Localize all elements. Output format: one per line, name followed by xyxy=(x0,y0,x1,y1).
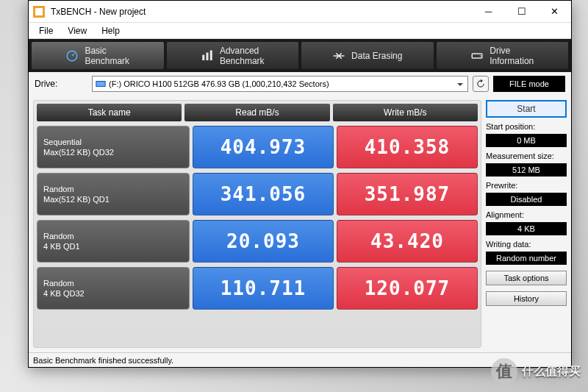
refresh-button[interactable] xyxy=(473,76,489,92)
svg-rect-8 xyxy=(96,82,105,87)
task-name-cell: Random 4 KB QD1 xyxy=(37,220,190,263)
tab-label: Basic Benchmark xyxy=(85,46,129,66)
task-name-cell: Random Max(512 KB) QD1 xyxy=(37,173,190,215)
menubar: File View Help xyxy=(29,23,571,39)
write-value: 351.987 xyxy=(337,173,478,215)
tab-basic-benchmark[interactable]: Basic Benchmark xyxy=(32,42,164,69)
svg-rect-1 xyxy=(35,8,43,15)
drive-select[interactable]: (F:) ORICO H100 512GB 476.93 GB (1,000,2… xyxy=(92,76,468,92)
writing-data-value[interactable]: Random number xyxy=(486,252,567,265)
file-mode-indicator[interactable]: FILE mode xyxy=(493,76,565,92)
svg-point-7 xyxy=(480,55,481,57)
svg-rect-5 xyxy=(210,50,212,60)
start-button[interactable]: Start xyxy=(486,100,567,118)
tab-strip: Basic Benchmark Advanced Benchmark Data … xyxy=(29,39,571,72)
table-row: Random 4 KB QD1 20.093 43.420 xyxy=(37,220,478,263)
table-row: Sequential Max(512 KB) QD32 404.973 410.… xyxy=(37,126,478,168)
menu-view[interactable]: View xyxy=(60,24,94,38)
tab-advanced-benchmark[interactable]: Advanced Benchmark xyxy=(167,42,299,69)
status-text: Basic Benchmark finished successfully. xyxy=(33,356,173,365)
watermark: 值 什么值得买 xyxy=(491,358,581,385)
task-name-cell: Sequential Max(512 KB) QD32 xyxy=(37,126,190,168)
refresh-icon xyxy=(476,79,486,89)
writing-data-label: Writing data: xyxy=(486,240,567,249)
col-task: Task name xyxy=(37,104,182,121)
read-value: 20.093 xyxy=(193,220,334,263)
alignment-label: Alignment: xyxy=(486,210,567,219)
read-value: 404.973 xyxy=(193,126,334,168)
window-title: TxBENCH - New project xyxy=(49,7,472,17)
watermark-glyph: 值 xyxy=(491,358,517,385)
titlebar: TxBENCH - New project ─ ☐ ✕ xyxy=(29,1,571,23)
gauge-icon xyxy=(65,49,79,63)
disk-icon xyxy=(96,79,106,89)
alignment-value[interactable]: 4 KB xyxy=(486,222,567,235)
tab-data-erasing[interactable]: Data Erasing xyxy=(301,42,434,69)
drive-icon xyxy=(470,49,484,63)
close-button[interactable]: ✕ xyxy=(538,1,571,23)
prewrite-label: Prewrite: xyxy=(486,181,567,190)
side-panel: Start Start position: 0 MB Measurement s… xyxy=(486,100,567,348)
col-read: Read mB/s xyxy=(184,104,329,121)
measurement-size-label: Measurement size: xyxy=(486,152,567,160)
col-write: Write mB/s xyxy=(333,104,478,121)
start-position-value[interactable]: 0 MB xyxy=(486,134,567,147)
maximize-button[interactable]: ☐ xyxy=(505,1,538,23)
history-button[interactable]: History xyxy=(486,291,567,306)
tab-label: Drive Information xyxy=(490,46,534,66)
main-body: Task name Read mB/s Write mB/s Sequentia… xyxy=(29,96,571,352)
write-value: 410.358 xyxy=(337,126,478,168)
drive-bar: Drive: (F:) ORICO H100 512GB 476.93 GB (… xyxy=(29,72,571,96)
menu-file[interactable]: File xyxy=(32,24,60,38)
drive-value: (F:) ORICO H100 512GB 476.93 GB (1,000,2… xyxy=(109,79,329,88)
table-row: Random Max(512 KB) QD1 341.056 351.987 xyxy=(37,173,478,215)
read-value: 110.711 xyxy=(193,267,334,310)
menu-help[interactable]: Help xyxy=(94,24,127,38)
table-header-row: Task name Read mB/s Write mB/s xyxy=(37,104,478,121)
bars-icon xyxy=(201,49,214,63)
drive-label: Drive: xyxy=(35,79,87,89)
results-table: Task name Read mB/s Write mB/s Sequentia… xyxy=(33,100,481,348)
table-row: Random 4 KB QD32 110.711 120.077 xyxy=(37,267,478,310)
read-value: 341.056 xyxy=(193,173,334,215)
minimize-button[interactable]: ─ xyxy=(472,1,505,23)
task-options-button[interactable]: Task options xyxy=(486,271,567,285)
measurement-size-value[interactable]: 512 MB xyxy=(486,163,567,177)
tab-label: Data Erasing xyxy=(351,51,402,61)
prewrite-value[interactable]: Disabled xyxy=(486,193,567,206)
svg-rect-4 xyxy=(206,52,208,60)
svg-rect-3 xyxy=(202,54,204,60)
write-value: 43.420 xyxy=(337,220,478,263)
start-position-label: Start position: xyxy=(486,122,567,131)
task-name-cell: Random 4 KB QD32 xyxy=(37,267,190,310)
erase-icon xyxy=(332,49,345,63)
window-controls: ─ ☐ ✕ xyxy=(472,1,571,23)
write-value: 120.077 xyxy=(337,267,478,310)
tab-label: Advanced Benchmark xyxy=(220,46,265,66)
status-bar: Basic Benchmark finished successfully. xyxy=(29,352,571,367)
watermark-text: 什么值得买 xyxy=(522,364,581,379)
app-window: TxBENCH - New project ─ ☐ ✕ File View He… xyxy=(28,0,572,368)
tab-drive-information[interactable]: Drive Information xyxy=(437,42,569,69)
app-icon xyxy=(33,6,45,18)
